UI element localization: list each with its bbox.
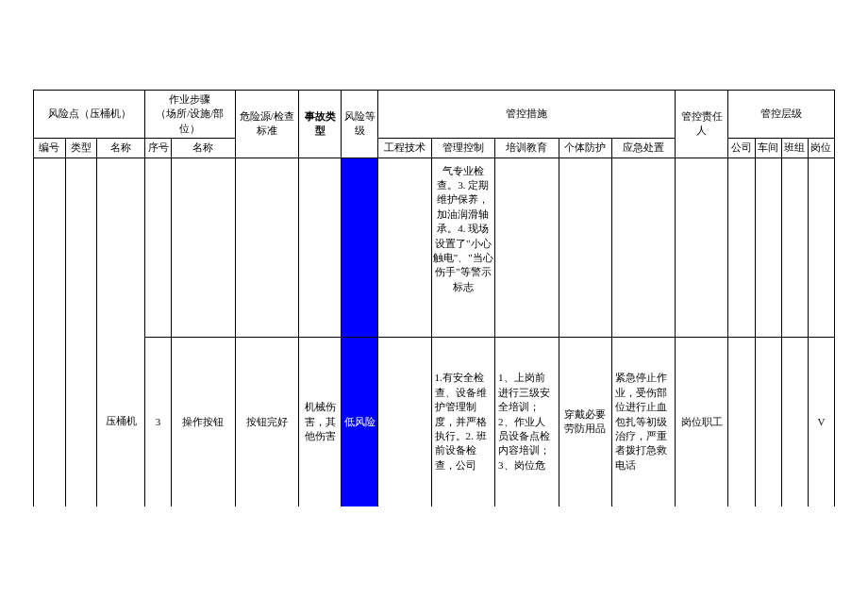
header-name-op: 名称 [172, 139, 235, 158]
cell-team [781, 337, 808, 506]
cell-prev-ppe [559, 158, 611, 337]
cell-prev-seq [145, 158, 172, 337]
cell-prev-management: 气专业检查。3. 定期维护保养，加油润滑轴承。4. 现场设置了"小心触电"、"当… [431, 158, 494, 337]
cell-hazard: 按钮完好 [235, 337, 298, 506]
cell-prev-company [728, 158, 755, 337]
cell-prev-risk-level [342, 158, 378, 337]
header-training: 培训教育 [495, 139, 559, 158]
header-type: 类型 [65, 139, 97, 158]
header-number: 编号 [34, 139, 66, 158]
header-control-measures: 管控措施 [378, 91, 676, 139]
header-team: 班组 [781, 139, 808, 158]
cell-ppe: 穿戴必要劳防用品 [559, 337, 611, 506]
cell-post: V [808, 337, 834, 506]
header-company: 公司 [728, 139, 755, 158]
cell-engineering [378, 337, 431, 506]
header-emergency: 应急处置 [611, 139, 676, 158]
cell-prev-person [676, 158, 728, 337]
header-risk-level: 风险等级 [342, 91, 378, 158]
cell-prev-training [495, 158, 559, 337]
header-control-person: 管控责任人 [676, 91, 728, 158]
cell-emergency: 紧急停止作业，受伤部位进行止血包扎等初级治疗，严重者拨打急救电话 [611, 337, 676, 506]
cell-workshop [755, 337, 781, 506]
cell-prev-hazard [235, 158, 298, 337]
risk-assessment-table: 风险点（压桶机） 作业步骤 （场所/设施/部位） 危险源/检查标准 事故类型 风… [33, 90, 835, 506]
header-row-1: 风险点（压桶机） 作业步骤 （场所/设施/部位） 危险源/检查标准 事故类型 风… [34, 91, 835, 139]
cell-prev-number [34, 158, 66, 337]
cell-name-op: 操作按钮 [172, 337, 235, 506]
table-row-prev: 气专业检查。3. 定期维护保养，加油润滑轴承。4. 现场设置了"小心触电"、"当… [34, 158, 835, 337]
table-row: 压桶机 3 操作按钮 按钮完好 机械伤害，其他伤害 低风险 1.有安全检查、设备… [34, 337, 835, 506]
header-post: 岗位 [808, 139, 834, 158]
header-engineering: 工程技术 [378, 139, 431, 158]
cell-type [65, 337, 97, 506]
cell-prev-emergency [611, 158, 676, 337]
header-seq: 序号 [145, 139, 172, 158]
cell-prev-name-op [172, 158, 235, 337]
cell-person: 岗位职工 [676, 337, 728, 506]
cell-risk-level: 低风险 [342, 337, 378, 506]
header-name-risk: 名称 [97, 139, 145, 158]
cell-number [34, 337, 66, 506]
header-operation-step: 作业步骤 （场所/设施/部位） [145, 91, 236, 139]
cell-prev-accident [299, 158, 342, 337]
header-workshop: 车间 [755, 139, 781, 158]
cell-management: 1.有安全检查、设备维护管理制度，并严格执行。2. 班前设备检查，公司 [431, 337, 494, 506]
cell-prev-type [65, 158, 97, 337]
cell-prev-engineering [378, 158, 431, 337]
cell-name-risk: 压桶机 [97, 337, 145, 506]
header-accident-type: 事故类型 [299, 91, 342, 158]
cell-prev-name-risk [97, 158, 145, 337]
cell-prev-team [781, 158, 808, 337]
cell-company [728, 337, 755, 506]
cell-accident: 机械伤害，其他伤害 [299, 337, 342, 506]
header-management: 管理控制 [431, 139, 494, 158]
cell-prev-post [808, 158, 834, 337]
header-risk-point: 风险点（压桶机） [34, 91, 145, 139]
header-ppe: 个体防护 [559, 139, 611, 158]
cell-training: 1、上岗前进行三级安全培训；2、作业人员设备点检内容培训；3、岗位危 [495, 337, 559, 506]
header-hazard-source: 危险源/检查标准 [235, 91, 298, 158]
cell-seq: 3 [145, 337, 172, 506]
header-control-level: 管控层级 [728, 91, 835, 139]
cell-prev-workshop [755, 158, 781, 337]
